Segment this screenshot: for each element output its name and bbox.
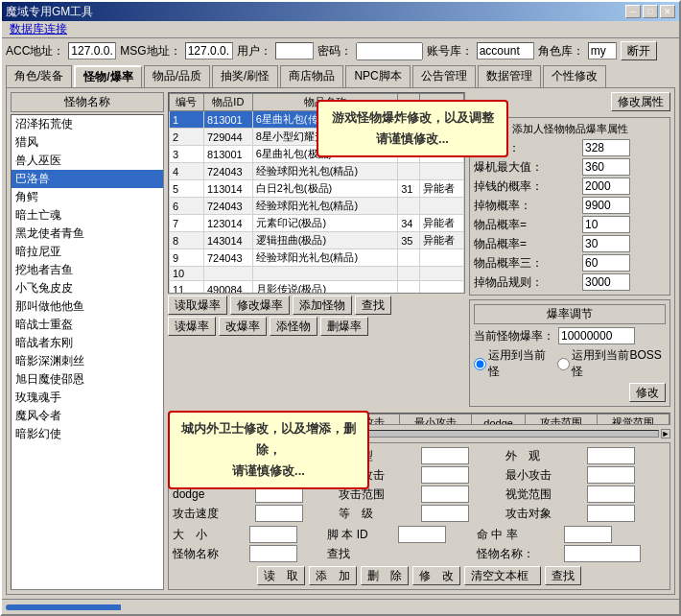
restore-button[interactable]: □ <box>643 5 658 18</box>
modify-props-button[interactable]: 修改属性 <box>611 92 670 111</box>
delete-button[interactable]: 删 除 <box>361 566 409 585</box>
action-buttons2: 读爆率 改爆率 添怪物 删爆率 <box>168 317 465 336</box>
table-row[interactable]: 11490084月影传说(极品) <box>170 281 464 295</box>
read-rate-button[interactable]: 读取爆率 <box>168 296 227 315</box>
edit-target-input[interactable] <box>587 505 635 522</box>
edit-maxatk-input[interactable] <box>421 466 469 484</box>
add-monster-button[interactable]: 添加怪物 <box>293 296 352 315</box>
list-item[interactable]: 魔风令者 <box>12 407 163 425</box>
edit-type-input[interactable] <box>421 447 469 464</box>
list-item[interactable]: 玫瑰魂手 <box>12 389 163 407</box>
del-rate-button[interactable]: 删爆率 <box>320 317 368 336</box>
explosion-title: 爆率调节 <box>474 304 666 324</box>
clear-button[interactable]: 清空文本框 <box>464 566 541 585</box>
tooltip-guard: 城内外卫士修改，以及增添，删除， 请谨慎修改... <box>168 411 369 489</box>
tab-monster[interactable]: 怪物/爆率 <box>74 65 141 87</box>
find-button[interactable]: 查找 <box>355 296 391 315</box>
item-weight3-input[interactable] <box>582 254 630 272</box>
list-item[interactable]: 暗战者东刚 <box>12 334 163 352</box>
radio-boss[interactable] <box>557 358 570 370</box>
edit-level-input[interactable] <box>421 505 469 522</box>
tab-announcement[interactable]: 公告管理 <box>412 65 476 87</box>
edit-size-label: 大 小 <box>173 527 244 543</box>
edit-scriptid-input[interactable] <box>398 526 446 543</box>
edit-monstername-input[interactable] <box>249 545 297 562</box>
role-label: 角色库： <box>538 43 584 59</box>
db-input[interactable] <box>477 42 534 59</box>
item-weight-input[interactable] <box>582 216 630 233</box>
edit-atkrange-input[interactable] <box>421 486 469 503</box>
drop-rate-input[interactable] <box>582 178 630 195</box>
connect-button[interactable]: 断开 <box>621 41 657 60</box>
action-buttons: 读取爆率 修改爆率 添加怪物 查找 <box>168 296 465 315</box>
list-item[interactable]: 小飞兔皮皮 <box>12 279 163 297</box>
table-row[interactable]: 7123014元素印记(极品)34异能者 <box>170 215 464 232</box>
table-row[interactable]: 4724043经验球阳光礼包(精品) <box>170 163 464 180</box>
scroll-right[interactable]: ► <box>661 429 670 438</box>
list-item[interactable]: 暗影深渊刺丝 <box>12 352 163 370</box>
tab-npc[interactable]: NPC脚本 <box>345 65 410 87</box>
drop-rate-label: 掉钱的概率： <box>474 178 578 195</box>
find-monster-input[interactable] <box>564 545 641 562</box>
acc-label: ACC地址： <box>6 43 64 59</box>
list-item[interactable]: 黑龙使者青鱼 <box>12 225 163 243</box>
tab-data[interactable]: 数据管理 <box>478 65 541 87</box>
modify2-button[interactable]: 改爆率 <box>219 317 267 336</box>
close-button[interactable]: ✕ <box>660 5 675 18</box>
read2-button[interactable]: 读爆率 <box>168 317 216 336</box>
acc-input[interactable] <box>68 42 116 59</box>
modify-rate-button[interactable]: 修改爆率 <box>230 296 290 315</box>
add-button[interactable]: 添 加 <box>309 566 357 585</box>
list-item[interactable]: 旭日魔使邵恩 <box>12 370 163 389</box>
edit-viewrange-input[interactable] <box>587 486 635 503</box>
list-item[interactable]: 兽人巫医 <box>12 152 163 170</box>
tab-shop[interactable]: 商店物品 <box>280 65 343 87</box>
list-item[interactable]: 角鳄 <box>12 188 163 206</box>
edit-size-input[interactable] <box>249 526 297 543</box>
user-label: 用户： <box>237 43 271 59</box>
drop-value-input[interactable] <box>582 139 630 156</box>
list-item[interactable]: 那叫做他他鱼 <box>12 297 163 316</box>
minimize-button[interactable]: ─ <box>625 5 641 18</box>
list-item[interactable]: 挖地者吉鱼 <box>12 261 163 279</box>
item-weight2-input[interactable] <box>582 235 630 252</box>
explosion-modify-button[interactable]: 修改 <box>629 383 666 402</box>
tab-equipment[interactable]: 角色/装备 <box>6 65 72 87</box>
trash-rate-input[interactable] <box>582 197 630 214</box>
pwd-input[interactable] <box>356 42 423 60</box>
trash-rule-input[interactable] <box>582 273 630 291</box>
find-execute-button[interactable]: 查找 <box>545 566 581 585</box>
modify-button[interactable]: 修 改 <box>412 566 460 585</box>
status-bar <box>2 599 679 614</box>
current-rate-input[interactable] <box>558 327 635 344</box>
user-input[interactable] <box>275 42 314 59</box>
list-item[interactable]: 暗战士重盔 <box>12 316 163 334</box>
edit-deathrate-input[interactable] <box>564 526 612 543</box>
table-row[interactable]: 5113014白日2礼包(极品)31异能者 <box>170 180 464 198</box>
table-row[interactable]: 10 <box>170 267 464 281</box>
edit-atkspeed-input[interactable] <box>255 505 303 522</box>
table-row[interactable]: 9724043经验球阳光礼包(精品) <box>170 249 464 267</box>
edit-view-input[interactable] <box>587 447 635 464</box>
add2-button[interactable]: 添怪物 <box>270 317 317 336</box>
read-button[interactable]: 读 取 <box>257 566 305 585</box>
list-item[interactable]: 暗拉尼亚 <box>12 243 163 261</box>
table-row[interactable]: 8143014逻辑扭曲(极品)35异能者 <box>170 232 464 249</box>
tab-lottery[interactable]: 抽奖/刷怪 <box>212 65 278 87</box>
msg-input[interactable] <box>185 42 233 59</box>
edit-minatk-input[interactable] <box>587 466 635 484</box>
menu-database[interactable]: 数据库连接 <box>4 20 73 38</box>
list-item[interactable]: 沼泽拓荒使 <box>12 115 163 133</box>
tab-custom[interactable]: 个性修改 <box>543 65 606 87</box>
list-item[interactable]: 猎风 <box>12 133 163 152</box>
list-item-selected[interactable]: 巴洛兽 <box>12 170 163 188</box>
tab-item[interactable]: 物品/品质 <box>144 65 210 87</box>
max-drops-input[interactable] <box>582 158 630 176</box>
bottom-buttons: 读 取 添 加 删 除 修 改 清空文本框 查找 <box>173 566 666 585</box>
radio-current[interactable] <box>474 358 486 370</box>
list-item[interactable]: 暗土亡魂 <box>12 206 163 225</box>
monster-list[interactable]: 沼泽拓荒使 猎风 兽人巫医 巴洛兽 角鳄 暗土亡魂 黑龙使者青鱼 暗拉尼亚 挖地… <box>11 114 164 590</box>
list-item[interactable]: 暗影幻使 <box>12 425 163 443</box>
role-input[interactable] <box>588 42 617 59</box>
table-row[interactable]: 6724043经验球阳光礼包(精品) <box>170 198 464 215</box>
